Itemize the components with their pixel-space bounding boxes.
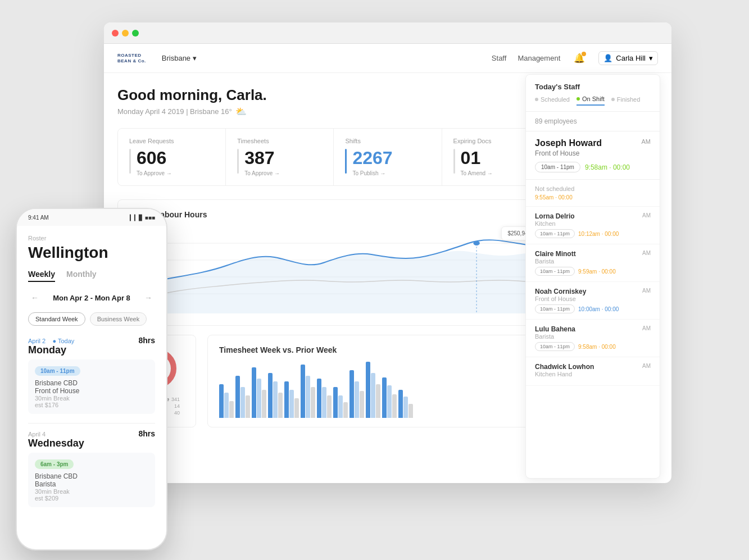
user-name: Carla Hill <box>616 54 646 62</box>
featured-staff-role: Front of House <box>535 149 602 157</box>
day-monday-hours: 8hrs <box>138 336 155 345</box>
shift-monday-badge: 10am - 11pm <box>35 366 80 376</box>
legend-late-val: 14 <box>174 403 180 409</box>
todays-staff-panel: Today's Staff Scheduled On Shift Finishe… <box>525 74 660 479</box>
mobile-phone: 9:41 AM ▎▎▊ ■■■ Roster Wellington Weekly… <box>16 208 167 550</box>
bar-group-3 <box>252 367 266 418</box>
stat-action-3[interactable]: To Amend → <box>461 170 493 176</box>
shift-wednesday-location: Brisbane CBD <box>35 472 148 480</box>
staff-count: 89 employees <box>526 112 660 131</box>
day-monday-header: April 2 ● Today Monday 8hrs <box>28 336 155 356</box>
brand-logo: ROASTED BEAN & Co. <box>117 53 146 63</box>
stat-divider-1 <box>237 149 239 174</box>
browser-titlebar <box>104 22 671 44</box>
close-button[interactable] <box>112 30 119 37</box>
location-label: Brisbane <box>162 54 190 62</box>
item4-period: AM <box>642 325 651 333</box>
nav-management[interactable]: Management <box>518 54 560 62</box>
shift-wednesday-est: est $209 <box>35 495 148 502</box>
stat-action-0[interactable]: To Approve → <box>137 170 172 176</box>
item2-role: Barista <box>535 258 651 265</box>
item1-badge: 10am - 11pm <box>535 229 575 238</box>
user-menu[interactable]: 👤 Carla Hill ▾ <box>598 51 658 65</box>
item4-badge: 10am - 11pm <box>535 342 575 351</box>
item4-name: Lulu Bahena <box>535 325 575 333</box>
list-item-lorna: Lorna Delrio AM Kitchen 10am - 11pm 10:1… <box>526 207 660 244</box>
day-wednesday-header: April 4 Wednesday 8hrs <box>28 429 155 449</box>
notifications-button[interactable]: 🔔 <box>571 51 587 66</box>
bar-group-8 <box>333 387 348 418</box>
phone-tab-weekly[interactable]: Weekly <box>28 270 55 282</box>
phone-breadcrumb: Roster <box>28 235 155 242</box>
app-main: Good morning, Carla. Monday April 4 2019… <box>104 73 671 483</box>
bar-group-6 <box>301 365 315 418</box>
phone-tab-monthly[interactable]: Monthly <box>66 270 97 282</box>
weather-icon: ⛅ <box>235 106 247 117</box>
day-wednesday-hours: 8hrs <box>138 429 155 438</box>
minimize-button[interactable] <box>122 30 129 37</box>
tab-finished[interactable]: Finished <box>611 95 641 106</box>
featured-shift-time-row: 10am - 11pm 9:58am · 00:00 <box>535 162 651 172</box>
item4-clock: 9:58am · 00:00 <box>578 344 616 350</box>
notification-badge <box>582 52 586 56</box>
item2-badge: 10am - 11pm <box>535 267 575 276</box>
item1-name: Lorna Delrio <box>535 212 575 220</box>
maximize-button[interactable] <box>132 30 139 37</box>
stat-label-2: Shifts <box>345 138 430 144</box>
stat-value-3: 01 <box>461 149 493 167</box>
item2-clock: 9:59am · 00:00 <box>578 268 616 275</box>
stat-action-1[interactable]: To Approve → <box>244 170 280 176</box>
tab-scheduled[interactable]: Scheduled <box>535 95 570 106</box>
day-monday: April 2 ● Today Monday 8hrs 10am - 11pm … <box>28 336 155 414</box>
traffic-lights <box>112 30 139 37</box>
bar-group-4 <box>268 373 283 418</box>
tab-on-shift[interactable]: On Shift <box>576 95 605 106</box>
shift-monday-1: 10am - 11pm Brisbane CBD Front of House … <box>28 359 155 414</box>
staff-panel-header: Today's Staff Scheduled On Shift Finishe… <box>526 75 660 112</box>
week-range: Mon Apr 2 - Mon Apr 8 <box>53 294 130 302</box>
list-item-not-scheduled: Not scheduled 9:55am · 00:00 <box>526 180 660 207</box>
item1-role: Kitchen <box>535 220 651 227</box>
stat-value-1: 387 <box>244 149 280 167</box>
status-icons: ▎▎▊ ■■■ <box>130 215 155 221</box>
bar-group-9 <box>349 370 364 418</box>
item0-clock: 9:55am · 00:00 <box>535 194 573 201</box>
item5-name: Chadwick Lowhon <box>535 363 594 371</box>
brand-name-line1: ROASTED <box>117 53 146 58</box>
bar-group-12 <box>398 390 413 418</box>
item3-name: Noah Corniskey <box>535 288 586 295</box>
pill-business-week[interactable]: Business Week <box>90 312 147 326</box>
item0-role: Not scheduled <box>535 185 651 192</box>
featured-staff-name: Joseph Howard <box>535 138 602 148</box>
nav-staff[interactable]: Staff <box>492 54 507 62</box>
stat-label-0: Leave Requests <box>129 138 214 144</box>
shift-wednesday-role: Barista <box>35 480 148 488</box>
list-item-lulu: Lulu Bahena AM Barista 10am - 11pm 9:58a… <box>526 320 660 357</box>
stat-action-2[interactable]: To Publish → <box>352 170 392 176</box>
stat-card-timesheets: Timesheets 387 To Approve → <box>226 129 334 185</box>
featured-staff-row1: Joseph Howard Front of House AM <box>535 138 651 157</box>
next-week-arrow[interactable]: → <box>142 291 155 304</box>
item5-period: AM <box>642 363 651 371</box>
phone-pills: Standard Week Business Week <box>28 312 155 326</box>
stat-value-2: 2267 <box>352 149 392 167</box>
bar-group-7 <box>317 379 332 418</box>
staff-panel-title: Today's Staff <box>535 83 651 91</box>
prev-week-arrow[interactable]: ← <box>28 291 42 304</box>
item2-period: AM <box>642 250 651 258</box>
day-wednesday: April 4 Wednesday 8hrs 6am - 3pm Brisban… <box>28 429 155 507</box>
stat-divider-3 <box>453 149 455 174</box>
user-icon: 👤 <box>603 54 612 62</box>
day-wednesday-label: April 4 <box>28 431 84 438</box>
pill-standard-week[interactable]: Standard Week <box>28 312 85 326</box>
shift-monday-est: est $176 <box>35 402 148 408</box>
item3-role: Front of House <box>535 295 651 302</box>
location-selector[interactable]: Brisbane ▾ <box>157 52 201 65</box>
list-item-noah: Noah Corniskey AM Front of House 10am - … <box>526 282 660 320</box>
item5-role: Kitchen Hand <box>535 371 651 377</box>
brand-name-line2: BEAN & Co. <box>117 58 146 64</box>
item2-name: Claire Minott <box>535 250 576 258</box>
stat-card-leave-requests: Leave Requests 606 To Approve → <box>118 129 226 185</box>
list-item-chadwick: Chadwick Lowhon AM Kitchen Hand <box>526 357 660 386</box>
featured-shift-period: AM <box>642 138 651 145</box>
